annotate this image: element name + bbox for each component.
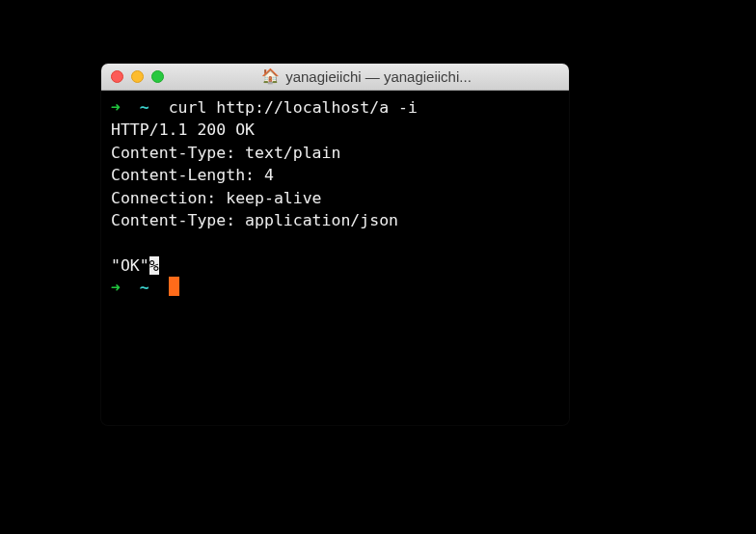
output-header-4: Content-Type: application/json — [111, 209, 559, 231]
terminal-window: 🏠 yanagieiichi — yanagieiichi... ➜ ~ cur… — [101, 64, 569, 425]
title-content: 🏠 yanagieiichi — yanagieiichi... — [101, 68, 569, 85]
command-text: curl http://localhost/a -i — [169, 98, 418, 117]
prompt-tilde-2: ~ — [140, 279, 149, 297]
terminal-body[interactable]: ➜ ~ curl http://localhost/a -i HTTP/1.1 … — [101, 91, 569, 305]
minimize-button[interactable] — [131, 70, 144, 83]
output-header-1: Content-Type: text/plain — [111, 142, 559, 164]
traffic-lights — [111, 70, 164, 83]
title-bar[interactable]: 🏠 yanagieiichi — yanagieiichi... — [101, 64, 569, 91]
window-title: yanagieiichi — yanagieiichi... — [285, 68, 472, 85]
prompt-arrow: ➜ — [111, 98, 121, 117]
prompt-line-1: ➜ ~ curl http://localhost/a -i — [111, 96, 559, 119]
prompt-arrow-2: ➜ — [111, 279, 121, 297]
response-body: "OK" — [111, 256, 149, 275]
response-body-line: "OK"% — [111, 254, 559, 277]
home-icon: 🏠 — [261, 69, 280, 84]
close-button[interactable] — [111, 70, 123, 83]
output-header-2: Content-Length: 4 — [111, 164, 559, 186]
blank-line — [111, 232, 559, 254]
cursor — [169, 277, 179, 296]
output-header-3: Connection: keep-alive — [111, 187, 559, 209]
maximize-button[interactable] — [151, 70, 164, 83]
output-status: HTTP/1.1 200 OK — [111, 119, 559, 141]
prompt-line-2: ➜ ~ — [111, 277, 559, 299]
trailing-percent: % — [149, 256, 159, 275]
prompt-tilde: ~ — [140, 98, 149, 117]
